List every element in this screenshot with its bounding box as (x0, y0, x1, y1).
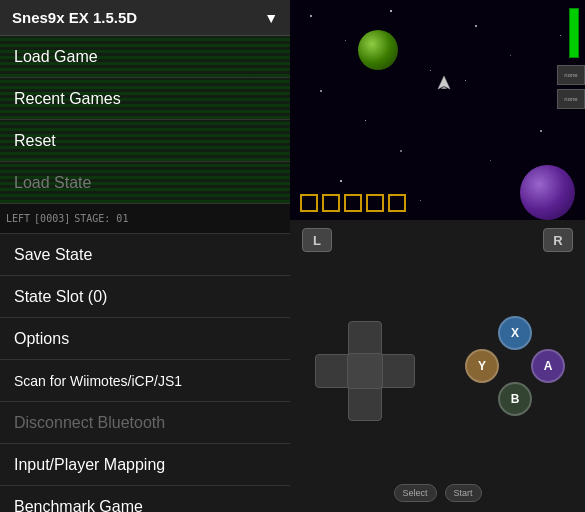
menu-items-list: Load Game Recent Games Reset Load State … (0, 36, 290, 512)
b-button[interactable]: B (498, 382, 532, 416)
x-button[interactable]: X (498, 316, 532, 350)
menu-item-recent-games[interactable]: Recent Games (0, 78, 290, 120)
menu-item-state-slot[interactable]: State Slot (0) (0, 276, 290, 318)
score-box-4 (366, 194, 384, 212)
side-item-2: none (557, 89, 585, 109)
menu-item-options[interactable]: Options (0, 318, 290, 360)
menu-item-label: Save State (14, 246, 92, 264)
dpad-center (347, 353, 383, 389)
menu-panel: Snes9x EX 1.5.5D ▼ Load Game Recent Game… (0, 0, 290, 512)
select-button[interactable]: Select (393, 484, 436, 502)
dpad[interactable] (315, 321, 415, 421)
score-box-2 (322, 194, 340, 212)
score-box-5 (388, 194, 406, 212)
menu-item-label: Recent Games (14, 90, 121, 108)
menu-item-reset[interactable]: Reset (0, 120, 290, 162)
menu-item-label: Reset (14, 132, 56, 150)
planet-green (358, 30, 398, 70)
a-button-label: A (544, 359, 553, 373)
x-button-label: X (511, 326, 519, 340)
a-button[interactable]: A (531, 349, 565, 383)
planet-purple (520, 165, 575, 220)
game-screen: none none (290, 0, 585, 220)
menu-item-label: Options (14, 330, 69, 348)
menu-item-load-game[interactable]: Load Game (0, 36, 290, 78)
l-button-label: L (313, 233, 321, 248)
b-button-label: B (511, 392, 520, 406)
spaceship (435, 75, 453, 93)
controls-area: L R X Y A B (290, 220, 585, 512)
game-panel: none none L (290, 0, 585, 512)
score-box-3 (344, 194, 362, 212)
score-display (300, 194, 406, 212)
dpad-container[interactable] (310, 316, 420, 426)
y-button[interactable]: Y (465, 349, 499, 383)
side-item-1: none (557, 65, 585, 85)
hud-left: LEFT (6, 213, 30, 224)
menu-header: Snes9x EX 1.5.5D ▼ (0, 0, 290, 36)
menu-item-load-state[interactable]: Load State (0, 162, 290, 204)
space-background: none none (290, 0, 585, 220)
select-button-label: Select (402, 488, 427, 498)
select-start-area: Select Start (393, 484, 481, 502)
y-button-label: Y (478, 359, 486, 373)
dropdown-arrow-icon[interactable]: ▼ (264, 10, 278, 26)
r-button-label: R (553, 233, 562, 248)
start-button-label: Start (454, 488, 473, 498)
menu-item-benchmark-game[interactable]: Benchmark Game (0, 486, 290, 512)
menu-item-label: Benchmark Game (14, 498, 143, 513)
battery-bar (569, 8, 579, 58)
app-title: Snes9x EX 1.5.5D (12, 9, 137, 26)
menu-item-label: Scan for Wiimotes/iCP/JS1 (14, 373, 182, 389)
menu-item-disconnect-bluetooth[interactable]: Disconnect Bluetooth (0, 402, 290, 444)
l-button[interactable]: L (302, 228, 332, 252)
menu-item-scan-wiimotes[interactable]: Scan for Wiimotes/iCP/JS1 (0, 360, 290, 402)
action-buttons: X Y A B (465, 316, 565, 416)
menu-item-label: Load Game (14, 48, 98, 66)
side-items: none none (557, 65, 585, 109)
menu-item-label: State Slot (0) (14, 288, 107, 306)
hud-score: [0003] (34, 213, 70, 224)
start-button[interactable]: Start (445, 484, 482, 502)
menu-item-label: Disconnect Bluetooth (14, 414, 165, 432)
score-box-1 (300, 194, 318, 212)
menu-item-save-state[interactable]: Save State (0, 234, 290, 276)
game-hud: LEFT [0003] STAGE: 01 (0, 204, 290, 234)
menu-item-input-player-mapping[interactable]: Input/Player Mapping (0, 444, 290, 486)
menu-item-label: Load State (14, 174, 91, 192)
hud-stage: STAGE: 01 (74, 213, 128, 224)
r-button[interactable]: R (543, 228, 573, 252)
menu-item-label: Input/Player Mapping (14, 456, 165, 474)
